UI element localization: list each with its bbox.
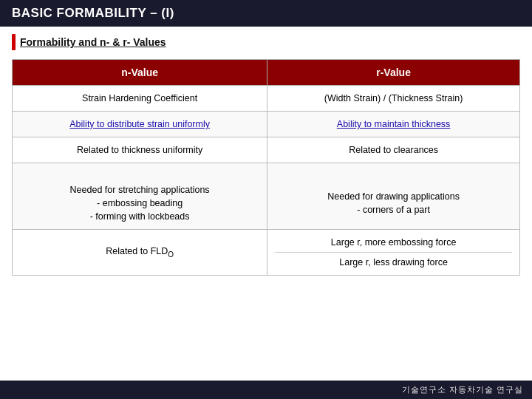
n-value-row2[interactable]: Ability to distribute strain uniformly xyxy=(13,112,267,137)
n-value-row3: Related to thickness uniformity xyxy=(13,137,267,163)
n-value-row5: Related to FLDO xyxy=(13,229,267,275)
r-value-row5: Large r, more embossing force Large r, l… xyxy=(267,229,520,275)
table-row: Needed for stretching applications - emb… xyxy=(13,163,520,230)
table-header-row: n-Value r-Value xyxy=(13,60,520,86)
r-value-row4: Needed for drawing applications - corner… xyxy=(267,163,520,230)
col-header-n: n-Value xyxy=(13,60,267,86)
r-multi-row5-item2: Large r, less drawing force xyxy=(275,253,512,269)
r-multi-row5-item1: Large r, more embossing force xyxy=(275,236,512,253)
n-fld-text: Related to FLDO xyxy=(106,246,174,256)
fld-subscript: O xyxy=(168,250,174,259)
subtitle-bar: Formability and n- & r- Values xyxy=(0,27,532,55)
footer: 기술연구소 자동차기술 연구실 xyxy=(0,381,532,399)
r-link-row2[interactable]: Ability to maintain thickness xyxy=(337,119,451,129)
subtitle-text: Formability and n- & r- Values xyxy=(20,36,166,48)
page: BASIC FORMABILITY – (I) Formability and … xyxy=(0,0,532,399)
table-row: Related to FLDO Large r, more embossing … xyxy=(13,229,520,275)
table-row: Ability to distribute strain uniformly A… xyxy=(13,112,520,137)
header-title: BASIC FORMABILITY – (I) xyxy=(12,6,174,20)
n-value-row1: Strain Hardening Coefficient xyxy=(13,86,267,112)
r-value-row3: Related to clearances xyxy=(267,137,520,163)
footer-text: 기술연구소 자동차기술 연구실 xyxy=(402,385,523,394)
r-value-row1: (Width Strain) / (Thickness Strain) xyxy=(267,86,520,112)
n-link-row2[interactable]: Ability to distribute strain uniformly xyxy=(69,119,210,129)
r-text-row4: Needed for drawing applications - corner… xyxy=(327,191,460,215)
table-container: n-Value r-Value Strain Hardening Coeffic… xyxy=(0,55,532,381)
n-text-row4: Needed for stretching applications - emb… xyxy=(70,185,210,222)
table-row: Related to thickness uniformity Related … xyxy=(13,137,520,163)
table-row: Strain Hardening Coefficient (Width Stra… xyxy=(13,86,520,112)
accent-bar xyxy=(12,34,16,50)
page-header: BASIC FORMABILITY – (I) xyxy=(0,0,532,27)
formability-table: n-Value r-Value Strain Hardening Coeffic… xyxy=(12,59,520,276)
r-value-row2[interactable]: Ability to maintain thickness xyxy=(267,112,520,137)
n-value-row4: Needed for stretching applications - emb… xyxy=(13,163,267,230)
col-header-r: r-Value xyxy=(267,60,520,86)
